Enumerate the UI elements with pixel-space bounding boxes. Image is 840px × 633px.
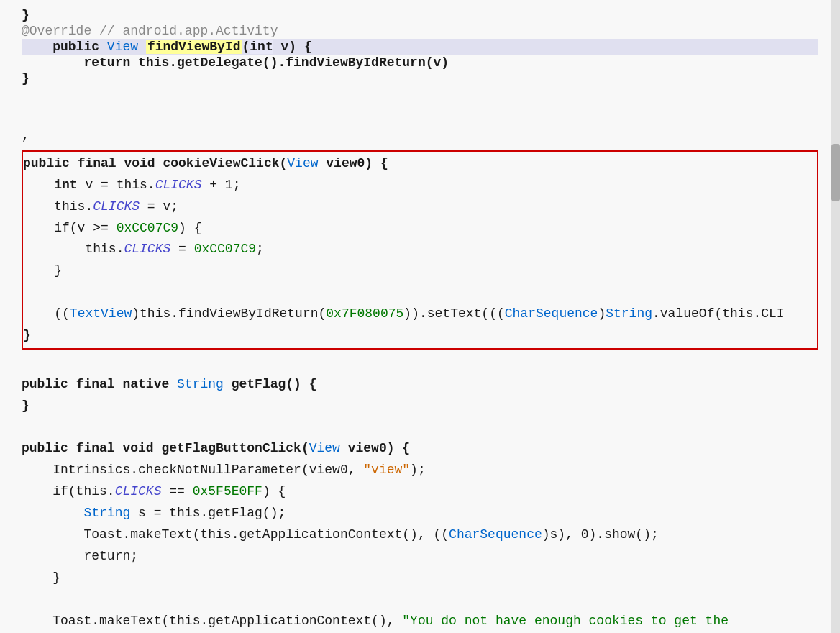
scrollbar-thumb[interactable] [831,144,840,201]
top-code-section: } @Override // android.app.Activity publ… [0,0,840,86]
code-token: TextView [70,306,132,321]
code-token: // android.app.Activity [99,24,278,38]
code-token: )this.findViewByIdReturn( [132,306,326,321]
code-line: } [22,396,818,417]
code-token: ) { [262,484,286,498]
code-token: this. [54,199,93,214]
separator [0,86,840,126]
code-token: getFlagButtonClick( [161,441,309,455]
code-token: getFlag() { [224,377,317,391]
code-line: Toast.makeText(this.getApplicationContex… [22,611,818,632]
code-token: CharSequence [449,527,542,542]
code-token: } [52,570,60,585]
code-token: CLICKS [115,484,162,498]
code-token: public [22,441,76,455]
code-line: public final void getFlagButtonClick(Vie… [22,438,818,460]
code-token: CLICKS [93,199,140,214]
code-token: if(this. [52,484,114,498]
code-token: ).show(); [589,527,659,542]
code-line [22,417,818,439]
code-token: 0x5F5E0FF [193,484,262,498]
code-token: String [177,377,224,391]
code-token: ) [598,306,606,321]
code-token: View [107,40,138,54]
code-token: CharSequence [505,306,598,321]
code-line: } [22,7,818,23]
red-box-section: public final void cookieViewClick(View v… [22,150,818,350]
code-token: view0) { [340,441,410,455]
code-token: native [122,377,177,391]
code-token: "view" [363,463,410,477]
code-token: CLI [761,306,784,321]
code-line-highlighted: public View findViewById(int v) { [22,39,818,55]
code-line: if(v >= 0xCC07C9) { [23,218,817,240]
code-token: )).setText((( [403,306,504,321]
code-line: if(this.CLICKS == 0x5F5E0FF) { [22,481,818,503]
code-token: CLICKS [155,178,202,192]
code-token: Intrinsics.checkNotNullParameter(view0, [52,463,363,477]
code-line: return; [22,546,818,568]
code-token: == [161,484,192,498]
code-line: Toast.makeText(this.getApplicationContex… [22,524,818,546]
code-token: public [23,156,78,170]
code-token: findViewById( [138,40,250,54]
code-line [22,589,818,611]
code-token: return; [83,549,138,563]
code-line: Intrinsics.checkNotNullParameter(view0, … [22,460,818,481]
code-token: Toast.makeText(this.getApplicationContex… [83,527,449,542]
code-token: view0) { [319,156,388,170]
code-token: cookieViewClick( [163,156,287,170]
code-line: } [22,568,818,589]
code-token: public [52,40,107,54]
code-token: = v; [140,199,178,214]
code-viewer: } @Override // android.app.Activity publ… [0,0,840,633]
code-line [22,352,818,374]
code-line [23,282,817,304]
code-token: v) { [273,40,312,54]
code-token: s = this.getFlag(); [130,506,286,520]
code-token: int [250,40,273,54]
code-token: String [83,506,130,520]
scrollbar[interactable] [831,0,840,633]
code-token: )s), [542,527,581,542]
code-line: public final void cookieViewClick(View v… [23,153,817,175]
code-token: this. [85,242,124,256]
code-line: return this.getDelegate().findViewByIdRe… [22,55,818,70]
code-token: Toast.makeText(this.getApplicationContex… [52,614,402,628]
code-token: CLICKS [124,242,170,256]
code-token: View [309,441,340,455]
code-token: String [606,306,652,321]
code-token: } [54,263,62,278]
code-token: void [124,156,163,170]
code-line: this.CLICKS = v; [23,196,817,218]
code-token: final [78,156,124,170]
code-token: .valueOf(this. [652,306,761,321]
code-token: public [22,377,76,391]
code-line: String s = this.getFlag(); [22,503,818,524]
code-line: } [22,70,818,86]
code-token: = [170,242,193,256]
code-token: void [122,441,161,455]
code-token: + 1; [201,178,240,192]
code-line: int v = this.CLICKS + 1; [23,175,817,196]
code-line: } [23,325,817,347]
code-token: View [287,156,318,170]
code-token: @Override [22,24,91,38]
code-token: 0xCC07C9 [117,221,178,235]
code-token: 0 [581,527,589,542]
code-token: v = this. [78,178,155,192]
code-token: (( [54,306,70,321]
code-token: 0x7F080075 [326,306,403,321]
code-token: int [54,178,77,192]
code-token: ; [256,242,264,256]
code-token: ) { [178,221,201,235]
code-line: , [22,126,818,147]
code-line: public final native String getFlag() { [22,374,818,396]
code-token: final [76,377,123,391]
code-token: "You do not have enough cookies to get t… [402,614,729,628]
code-line: @Override // android.app.Activity [22,23,818,39]
code-token: 0xCC07C9 [194,242,256,256]
code-line: ((TextView)this.findViewByIdReturn(0x7F0… [23,304,817,325]
code-line: this.CLICKS = 0xCC07C9; [23,239,817,260]
code-token: if(v >= [54,221,116,235]
